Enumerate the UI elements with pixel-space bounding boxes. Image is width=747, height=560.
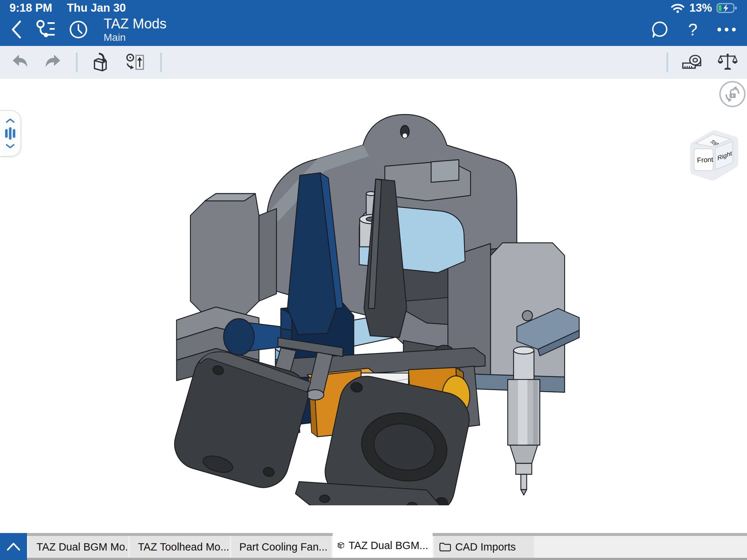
workspace-name: Main (104, 32, 166, 43)
insert-icon[interactable] (90, 52, 109, 72)
assembly-icon (337, 538, 345, 552)
tab-label: TAZ Dual BGM... (348, 540, 428, 552)
app-header: TAZ Mods Main ? (0, 16, 747, 46)
tab-part-studio-1[interactable]: TAZ Dual BGM Mo... (28, 536, 128, 558)
help-button[interactable]: ? (688, 20, 697, 39)
wifi-icon (670, 3, 685, 13)
chevron-up-icon[interactable] (5, 118, 15, 123)
mass-properties-icon[interactable] (718, 53, 738, 72)
tab-label: Part Cooling Fan... (239, 541, 328, 553)
model-canvas[interactable]: Top Front Right (0, 79, 747, 533)
document-title: TAZ Mods (104, 16, 166, 32)
tab-bar: TAZ Dual BGM Mo... TAZ Toolhead Mo... Pa… (0, 533, 747, 560)
tab-bar-bottom-line (0, 558, 747, 560)
tab-list-toggle-button[interactable] (0, 533, 27, 560)
tab-folder-cad-imports[interactable]: CAD Imports (434, 536, 534, 558)
tab-part-studio-3[interactable]: Part Cooling Fan... (231, 536, 331, 558)
more-icon[interactable] (716, 26, 737, 33)
undo-icon[interactable] (10, 53, 29, 71)
feature-sliders-icon[interactable] (4, 126, 17, 141)
view-cube[interactable]: Top Front Right (684, 125, 742, 184)
feature-drawer-handle[interactable] (0, 110, 21, 157)
versions-icon[interactable] (35, 19, 56, 40)
transform-icon[interactable] (125, 52, 146, 72)
folder-icon (438, 541, 452, 553)
comment-icon[interactable] (651, 20, 669, 39)
chevron-up-icon (5, 542, 22, 551)
model-toolbar (0, 46, 747, 79)
tab-label: CAD Imports (455, 541, 516, 553)
status-bar: 9:18 PM Thu Jan 30 13% (0, 0, 747, 16)
battery-charging-icon (716, 3, 738, 13)
part-left-stepper-motor[interactable] (190, 194, 276, 316)
measure-icon[interactable] (681, 53, 703, 71)
tab-assembly-active[interactable]: TAZ Dual BGM... (333, 533, 433, 558)
clock-time: 9:18 PM (9, 1, 52, 15)
date: Thu Jan 30 (67, 1, 126, 15)
document-title-block[interactable]: TAZ Mods Main (104, 16, 166, 43)
battery-percent: 13% (689, 1, 712, 15)
view-cube-front-label: Front (697, 156, 713, 164)
tab-label: TAZ Dual BGM Mo... (36, 541, 128, 553)
part-top-socket[interactable] (385, 160, 471, 201)
rotation-lock-button[interactable] (719, 81, 746, 107)
tab-part-studio-2[interactable]: TAZ Toolhead Mo... (130, 536, 230, 558)
3d-model-viewport[interactable] (171, 104, 580, 505)
history-icon[interactable] (69, 20, 88, 39)
back-icon[interactable] (10, 20, 23, 39)
redo-icon[interactable] (44, 53, 63, 71)
tab-label: TAZ Toolhead Mo... (138, 541, 229, 553)
chevron-down-icon[interactable] (5, 144, 15, 149)
